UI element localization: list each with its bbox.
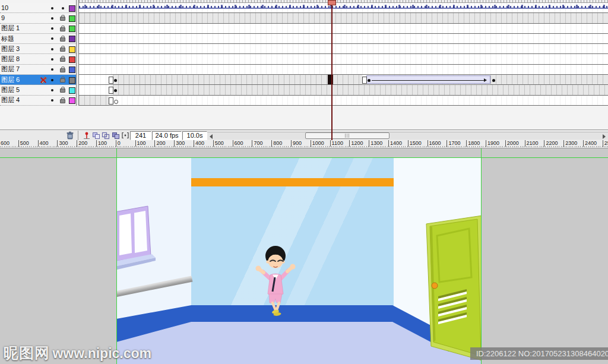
layer-name: 图层 5 [1, 86, 37, 94]
onion-skin-outlines-icon[interactable] [102, 131, 110, 140]
layer-name: 图层 6 [1, 75, 37, 84]
nipic-watermark: 昵图网 www.nipic.com [4, 343, 151, 363]
layer-outline-color-swatch[interactable] [69, 67, 75, 73]
layer-visible-dot[interactable] [51, 7, 53, 10]
timeline-status-bar: 241 24.0 fps 10.0s [0, 129, 608, 140]
layer-outline-color-swatch[interactable] [69, 15, 75, 22]
layer-name: 9 [1, 14, 37, 21]
elapsed-time-field: 10.0s [182, 131, 207, 140]
frame-rate-field[interactable]: 24.0 fps [152, 131, 182, 140]
frame-span[interactable] [79, 13, 608, 23]
layer-row-图层 7[interactable]: 图层 7 [0, 65, 76, 75]
layer-visible-dot[interactable] [51, 37, 53, 40]
layer-outline-color-swatch[interactable] [69, 56, 75, 63]
stage-right-guide-line [481, 148, 482, 364]
window [116, 202, 157, 273]
delete-layer-trash-icon[interactable] [66, 131, 74, 140]
layer-visible-dot[interactable] [51, 17, 53, 20]
ruler-label: 1900 [486, 140, 499, 147]
playhead-handle[interactable] [328, 0, 336, 5]
layer-unlocked-dot[interactable] [62, 7, 64, 10]
center-frame-icon[interactable] [83, 131, 91, 140]
ruler-label: 500 [18, 140, 29, 147]
layer-lock-icon[interactable] [60, 78, 65, 83]
timeline-track-row[interactable] [79, 65, 608, 75]
no-edit-pencil-icon [39, 76, 47, 84]
layer-visible-dot[interactable] [51, 99, 53, 102]
timeline-scrollbar-thumb[interactable] [305, 132, 390, 139]
layer-lock-icon[interactable] [60, 68, 65, 72]
timeline-track-row[interactable] [79, 85, 608, 95]
layer-lock-icon[interactable] [60, 17, 65, 21]
ruler-label: 400 [194, 140, 204, 147]
layer-name: 图层 7 [1, 65, 37, 74]
onion-skin-icon[interactable] [92, 131, 100, 140]
edit-multiple-frames-icon[interactable] [112, 131, 120, 140]
timeline-track-row[interactable] [79, 3, 608, 13]
timeline-track-row[interactable] [79, 34, 608, 44]
layer-lock-icon[interactable] [60, 27, 65, 31]
span-end-bracket[interactable] [362, 77, 367, 84]
layer-row-图层 8[interactable]: 图层 8 [0, 54, 76, 64]
frames-pane[interactable] [79, 3, 608, 106]
nipic-site-name: 昵图网 [4, 344, 50, 361]
timeline-track-row[interactable] [79, 44, 608, 54]
layer-outline-color-swatch[interactable] [69, 77, 75, 84]
frame-span[interactable] [113, 85, 608, 94]
motion-tween-span[interactable] [366, 75, 490, 84]
ruler-label: 2400 [583, 140, 597, 147]
layer-row-图层 3[interactable]: 图层 3 [0, 44, 76, 54]
stage-scene[interactable] [116, 157, 481, 364]
layer-row-图层 5[interactable]: 图层 5 [0, 85, 76, 95]
layer-lock-icon[interactable] [60, 58, 65, 62]
timeline-track-row[interactable] [79, 54, 608, 64]
stage-canvas[interactable]: 昵图网 www.nipic.com ID:2206122 NO:20170523… [0, 148, 608, 364]
layer-name: 10 [1, 4, 37, 11]
sound-waveform-span[interactable] [79, 3, 608, 12]
ruler-label: 100 [135, 140, 146, 147]
layer-visible-dot[interactable] [51, 89, 53, 91]
layer-lock-icon[interactable] [60, 37, 65, 42]
ruler-label: 600 [233, 140, 243, 147]
ruler-label: 2100 [525, 140, 539, 147]
timeline-empty-area [0, 106, 608, 129]
frame-span[interactable] [113, 75, 362, 84]
layer-row-图层 1[interactable]: 图层 1 [0, 24, 76, 34]
span-end-bracket[interactable] [109, 87, 113, 94]
modify-onion-markers-icon[interactable] [121, 131, 129, 140]
layer-row-9[interactable]: 9 [0, 13, 76, 23]
layer-visible-dot[interactable] [51, 79, 53, 81]
layer-visible-dot[interactable] [51, 48, 53, 50]
timeline-track-row[interactable] [79, 24, 608, 34]
layer-outline-color-swatch[interactable] [69, 36, 75, 42]
layers-pane: 109图层 1标题图层 3图层 8图层 7图层 6图层 5图层 4 [0, 3, 76, 106]
scroll-right-arrow-icon[interactable] [603, 134, 606, 139]
layer-lock-icon[interactable] [60, 99, 65, 103]
timeline-horizontal-scrollbar[interactable] [207, 132, 608, 140]
layer-lock-icon[interactable] [60, 48, 65, 52]
layer-outline-color-swatch[interactable] [69, 87, 75, 94]
layer-outline-color-swatch[interactable] [69, 26, 75, 32]
layer-row-图层 4[interactable]: 图层 4 [0, 96, 76, 106]
layer-outline-color-swatch[interactable] [69, 46, 75, 53]
ruler-label: 800 [271, 140, 282, 147]
frame-span[interactable] [79, 96, 109, 105]
layer-row-标题[interactable]: 标题 [0, 34, 76, 44]
span-end-bracket[interactable] [109, 77, 113, 84]
layer-row-10[interactable]: 10 [0, 3, 76, 13]
timeline-track-row[interactable] [79, 13, 608, 23]
layer-lock-icon[interactable] [60, 88, 65, 93]
empty-keyframe-dot[interactable] [114, 100, 118, 104]
layer-outline-color-swatch[interactable] [69, 5, 75, 12]
timeline-track-row[interactable] [79, 96, 608, 106]
layer-visible-dot[interactable] [51, 27, 53, 30]
layer-outline-color-swatch[interactable] [69, 97, 75, 104]
layer-visible-dot[interactable] [51, 68, 53, 71]
layer-row-图层 6[interactable]: 图层 6 [0, 75, 76, 85]
current-frame-field[interactable]: 241 [130, 131, 151, 140]
layer-visible-dot[interactable] [51, 58, 53, 61]
scroll-left-arrow-icon[interactable] [210, 134, 213, 139]
span-end-bracket[interactable] [109, 97, 113, 105]
frame-span[interactable] [490, 75, 608, 84]
timeline-track-row[interactable] [79, 75, 608, 85]
